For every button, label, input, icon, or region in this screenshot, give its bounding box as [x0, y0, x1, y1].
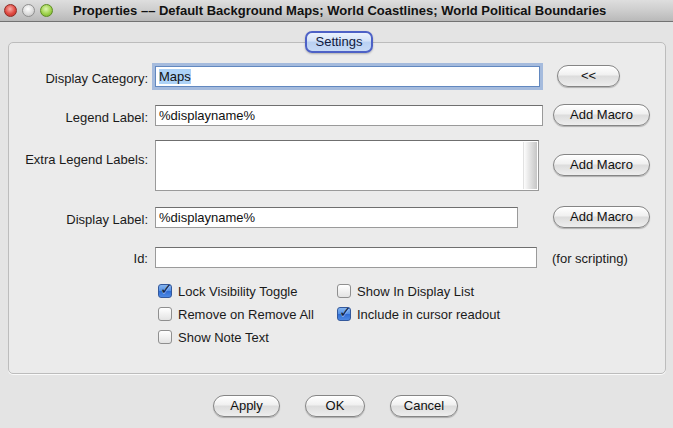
extra-legend-labels-label: Extra Legend Labels: [0, 152, 148, 167]
add-macro-button-extra[interactable]: Add Macro [553, 154, 650, 176]
display-category-label: Display Category: [0, 71, 148, 86]
checkbox-box[interactable]: ✓ [337, 307, 351, 321]
selected-text: Maps [159, 69, 191, 84]
extra-legend-labels-textarea[interactable] [155, 140, 539, 191]
checkbox-label: Lock Visibility Toggle [178, 284, 297, 299]
display-category-input[interactable]: Maps [155, 66, 540, 87]
display-label-label: Display Label: [0, 212, 148, 227]
apply-button[interactable]: Apply [213, 395, 280, 417]
checkbox-lock-visibility-toggle[interactable]: ✓ Lock Visibility Toggle [158, 283, 297, 299]
check-icon: ✓ [339, 303, 352, 321]
add-macro-button-display[interactable]: Add Macro [553, 206, 650, 228]
checkbox-remove-on-remove-all[interactable]: ✓ Remove on Remove All [158, 306, 314, 322]
checkbox-label: Show Note Text [178, 330, 269, 345]
legend-label-input[interactable]: %displayname% [155, 105, 543, 126]
window-title: Properties –– Default Background Maps; W… [73, 3, 606, 18]
checkbox-box[interactable]: ✓ [337, 284, 351, 298]
checkbox-label: Show In Display List [357, 284, 474, 299]
scrollbar-track[interactable] [523, 142, 537, 189]
checkbox-label: Remove on Remove All [178, 307, 314, 322]
properties-window: Properties –– Default Background Maps; W… [0, 0, 673, 428]
minimize-button-icon[interactable] [22, 4, 35, 17]
id-label: Id: [0, 251, 148, 266]
checkbox-show-note-text[interactable]: ✓ Show Note Text [158, 329, 269, 345]
field-text: %displayname% [159, 210, 255, 225]
collapse-button[interactable]: << [557, 65, 620, 87]
cancel-button[interactable]: Cancel [390, 395, 458, 417]
checkbox-show-in-display-list[interactable]: ✓ Show In Display List [337, 283, 474, 299]
close-button-icon[interactable] [4, 4, 17, 17]
zoom-button-icon[interactable] [40, 4, 53, 17]
checkbox-box[interactable]: ✓ [158, 330, 172, 344]
ok-button[interactable]: OK [305, 395, 365, 417]
add-macro-button-legend[interactable]: Add Macro [553, 104, 650, 126]
checkbox-box[interactable]: ✓ [158, 284, 172, 298]
display-label-input[interactable]: %displayname% [155, 207, 518, 228]
check-icon: ✓ [160, 280, 173, 298]
title-bar[interactable]: Properties –– Default Background Maps; W… [0, 0, 673, 22]
id-hint: (for scripting) [552, 251, 628, 266]
tab-settings[interactable]: Settings [305, 31, 373, 53]
legend-label-label: Legend Label: [0, 110, 148, 125]
checkbox-box[interactable]: ✓ [158, 307, 172, 321]
checkbox-include-in-cursor-readout[interactable]: ✓ Include in cursor readout [337, 306, 500, 322]
field-text: %displayname% [159, 108, 255, 123]
checkbox-label: Include in cursor readout [357, 307, 500, 322]
id-input[interactable] [155, 247, 537, 268]
